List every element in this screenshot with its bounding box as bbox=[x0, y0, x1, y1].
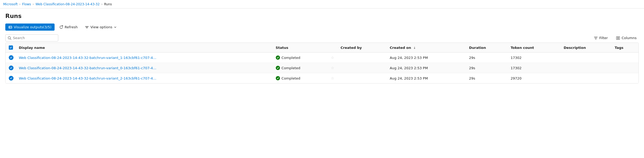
row-description-0 bbox=[561, 53, 612, 63]
table-row: Web Classification-08-24-2023-14-43-32-b… bbox=[6, 53, 638, 63]
row-created-on-2: Aug 24, 2023 2:53 PM bbox=[387, 73, 466, 83]
status-text-1: Completed bbox=[282, 66, 300, 70]
status-cell-2: Completed bbox=[276, 76, 325, 80]
row-tags-1 bbox=[611, 63, 638, 73]
row-check-icon bbox=[10, 56, 12, 59]
svg-rect-11 bbox=[616, 37, 618, 39]
row-token-count-0: 17302 bbox=[507, 53, 560, 63]
status-icon-2 bbox=[276, 76, 280, 80]
breadcrumb-sep-3: › bbox=[101, 2, 103, 6]
favorite-star-2[interactable]: ☆ bbox=[331, 76, 334, 80]
row-display-name-1[interactable]: Web Classification-08-24-2023-14-43-32-b… bbox=[16, 63, 273, 73]
breadcrumb-flow-detail[interactable]: Web Classification-08-24-2023-14-43-32 bbox=[35, 2, 100, 6]
breadcrumb-sep-2: › bbox=[33, 2, 34, 6]
favorite-star-0[interactable]: ☆ bbox=[331, 55, 334, 60]
row-check-icon bbox=[10, 77, 12, 80]
row-checkbox-1[interactable] bbox=[9, 66, 14, 70]
header-check[interactable] bbox=[6, 43, 16, 53]
refresh-label: Refresh bbox=[65, 25, 78, 29]
row-check-2[interactable] bbox=[6, 73, 16, 83]
row-description-2 bbox=[561, 73, 612, 83]
breadcrumb-sep-1: › bbox=[19, 2, 21, 6]
row-check-icon bbox=[10, 67, 12, 69]
svg-rect-12 bbox=[618, 37, 620, 39]
header-created-on-label: Created on bbox=[390, 46, 411, 50]
row-duration-1: 29s bbox=[466, 63, 507, 73]
display-name-link-0[interactable]: Web Classification-08-24-2023-14-43-32-b… bbox=[19, 56, 157, 60]
status-text-0: Completed bbox=[282, 56, 300, 60]
columns-icon bbox=[616, 36, 620, 40]
header-duration-label: Duration bbox=[469, 46, 486, 50]
runs-table-container: Display name Status Created by Created o… bbox=[5, 43, 639, 83]
row-status-1: Completed bbox=[273, 63, 328, 73]
favorite-star-1[interactable]: ☆ bbox=[331, 66, 334, 70]
row-duration-0: 29s bbox=[466, 53, 507, 63]
breadcrumb-flows[interactable]: Flows bbox=[22, 2, 31, 6]
header-created-by[interactable]: Created by bbox=[337, 43, 387, 53]
sort-down-icon: ↓ bbox=[413, 46, 416, 50]
status-cell-0: Completed bbox=[276, 55, 325, 60]
header-created-on[interactable]: Created on ↓ bbox=[387, 43, 466, 53]
table-header-row: Display name Status Created by Created o… bbox=[6, 43, 638, 53]
row-favorite-2[interactable]: ☆ bbox=[328, 73, 337, 83]
status-text-2: Completed bbox=[282, 76, 300, 80]
row-checkbox-0[interactable] bbox=[9, 55, 14, 60]
header-favorite bbox=[328, 43, 337, 53]
header-display-name[interactable]: Display name bbox=[16, 43, 273, 53]
search-row: Filter Columns bbox=[5, 34, 639, 41]
table-row: Web Classification-08-24-2023-14-43-32-b… bbox=[6, 73, 638, 83]
filter-columns-group: Filter Columns bbox=[592, 35, 639, 41]
row-token-count-1: 17302 bbox=[507, 63, 560, 73]
row-favorite-0[interactable]: ☆ bbox=[328, 53, 337, 63]
main-content: Runs Visualize outputs(3/5) Refresh bbox=[0, 8, 644, 88]
row-duration-2: 29s bbox=[466, 73, 507, 83]
toolbar: Visualize outputs(3/5) Refresh View opti… bbox=[5, 24, 639, 31]
header-display-name-label: Display name bbox=[19, 46, 45, 50]
columns-label: Columns bbox=[621, 36, 637, 40]
columns-button[interactable]: Columns bbox=[614, 35, 639, 41]
select-all-checkbox[interactable] bbox=[9, 45, 13, 50]
visualize-icon bbox=[8, 25, 12, 29]
filter-button[interactable]: Filter bbox=[592, 35, 610, 41]
breadcrumb-microsoft[interactable]: Microsoft bbox=[3, 2, 18, 6]
row-display-name-2[interactable]: Web Classification-08-24-2023-14-43-32-b… bbox=[16, 73, 273, 83]
header-description[interactable]: Description bbox=[561, 43, 612, 53]
row-status-2: Completed bbox=[273, 73, 328, 83]
search-box[interactable] bbox=[5, 34, 58, 41]
display-name-link-2[interactable]: Web Classification-08-24-2023-14-43-32-b… bbox=[19, 76, 157, 80]
header-duration[interactable]: Duration bbox=[466, 43, 507, 53]
row-created-by-1 bbox=[337, 63, 387, 73]
display-name-link-1[interactable]: Web Classification-08-24-2023-14-43-32-b… bbox=[19, 66, 157, 70]
search-input[interactable] bbox=[13, 36, 56, 40]
runs-table: Display name Status Created by Created o… bbox=[6, 43, 638, 83]
refresh-button[interactable]: Refresh bbox=[57, 24, 80, 31]
row-status-0: Completed bbox=[273, 53, 328, 63]
row-display-name-0[interactable]: Web Classification-08-24-2023-14-43-32-b… bbox=[16, 53, 273, 63]
completed-check-icon bbox=[277, 67, 279, 69]
header-status[interactable]: Status bbox=[273, 43, 328, 53]
breadcrumb-bar: Microsoft › Flows › Web Classification-0… bbox=[0, 0, 644, 8]
header-tags[interactable]: Tags bbox=[611, 43, 638, 53]
row-check-1[interactable] bbox=[6, 63, 16, 73]
row-favorite-1[interactable]: ☆ bbox=[328, 63, 337, 73]
status-icon-0 bbox=[276, 55, 280, 60]
header-created-by-label: Created by bbox=[341, 46, 362, 50]
row-check-0[interactable] bbox=[6, 53, 16, 63]
header-status-label: Status bbox=[276, 46, 288, 50]
chevron-down-icon bbox=[114, 26, 117, 29]
row-created-on-0: Aug 24, 2023 2:53 PM bbox=[387, 53, 466, 63]
view-options-icon bbox=[85, 25, 89, 29]
table-row: Web Classification-08-24-2023-14-43-32-b… bbox=[6, 63, 638, 73]
filter-label: Filter bbox=[599, 36, 608, 40]
row-token-count-2: 29720 bbox=[507, 73, 560, 83]
filter-icon bbox=[594, 36, 598, 40]
visualize-outputs-button[interactable]: Visualize outputs(3/5) bbox=[5, 24, 55, 31]
check-all-icon bbox=[10, 46, 12, 49]
header-token-count-label: Token count bbox=[510, 46, 534, 50]
row-description-1 bbox=[561, 63, 612, 73]
view-options-button[interactable]: View options bbox=[82, 24, 119, 31]
row-checkbox-2[interactable] bbox=[9, 76, 14, 81]
page-title: Runs bbox=[5, 13, 639, 19]
row-created-by-2 bbox=[337, 73, 387, 83]
header-token-count[interactable]: Token count bbox=[507, 43, 560, 53]
